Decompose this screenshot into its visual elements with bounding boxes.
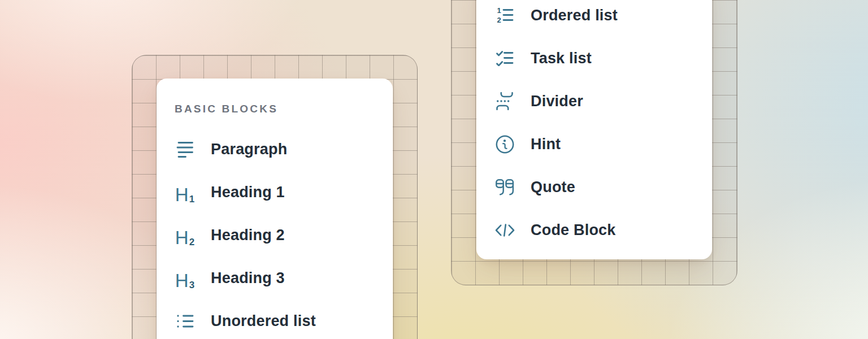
menu-item-code-block[interactable]: Code Block bbox=[476, 208, 712, 251]
menu-item-unordered-list[interactable]: Unordered list bbox=[157, 299, 393, 339]
menu-item-label: Paragraph bbox=[211, 141, 287, 158]
heading-3-icon: H 3 bbox=[175, 267, 195, 289]
code-block-icon bbox=[494, 219, 515, 241]
divider-icon bbox=[494, 90, 515, 112]
menu-item-ordered-list[interactable]: 1 2 Ordered list bbox=[476, 0, 712, 37]
menu-item-label: Code Block bbox=[531, 221, 616, 239]
quote-icon bbox=[494, 176, 515, 198]
menu-item-label: Ordered list bbox=[531, 7, 618, 24]
hero-background: { "colors": { "accent_teal": "#3b7690", … bbox=[0, 0, 868, 339]
menu-item-label: Heading 2 bbox=[211, 227, 285, 244]
menu-item-label: Unordered list bbox=[211, 312, 316, 330]
menu-item-hint[interactable]: Hint bbox=[476, 123, 712, 166]
heading-2-icon: H 2 bbox=[175, 224, 195, 246]
menu-item-paragraph[interactable]: Paragraph bbox=[157, 128, 393, 171]
menu-item-label: Divider bbox=[531, 93, 583, 110]
section-title: BASIC BLOCKS bbox=[175, 99, 393, 119]
menu-item-divider[interactable]: Divider bbox=[476, 80, 712, 123]
basic-blocks-panel: BASIC BLOCKS Paragraph H 1 Heading 1 H 2… bbox=[157, 79, 393, 339]
menu-item-label: Quote bbox=[531, 179, 575, 196]
svg-text:1: 1 bbox=[497, 7, 501, 15]
basic-blocks-menu: Paragraph H 1 Heading 1 H 2 Heading 2 H … bbox=[157, 128, 393, 339]
blocks-menu-continued: 1 2 Ordered list Task list bbox=[476, 0, 712, 251]
menu-item-heading-1[interactable]: H 1 Heading 1 bbox=[157, 171, 393, 214]
menu-item-heading-2[interactable]: H 2 Heading 2 bbox=[157, 214, 393, 257]
menu-item-label: Hint bbox=[531, 136, 561, 153]
hint-icon bbox=[494, 133, 515, 155]
ordered-list-icon: 1 2 bbox=[494, 5, 515, 26]
task-list-icon bbox=[494, 47, 515, 69]
menu-item-label: Task list bbox=[531, 50, 592, 67]
paragraph-icon bbox=[175, 138, 195, 160]
menu-item-label: Heading 1 bbox=[211, 184, 285, 201]
menu-item-heading-3[interactable]: H 3 Heading 3 bbox=[157, 257, 393, 299]
menu-item-task-list[interactable]: Task list bbox=[476, 37, 712, 80]
heading-1-icon: H 1 bbox=[175, 181, 195, 203]
svg-text:2: 2 bbox=[497, 16, 501, 23]
menu-item-quote[interactable]: Quote bbox=[476, 166, 712, 208]
unordered-list-icon bbox=[175, 310, 195, 332]
blocks-panel-continued: 1 2 Ordered list Task list bbox=[476, 0, 712, 259]
menu-item-label: Heading 3 bbox=[211, 270, 285, 287]
